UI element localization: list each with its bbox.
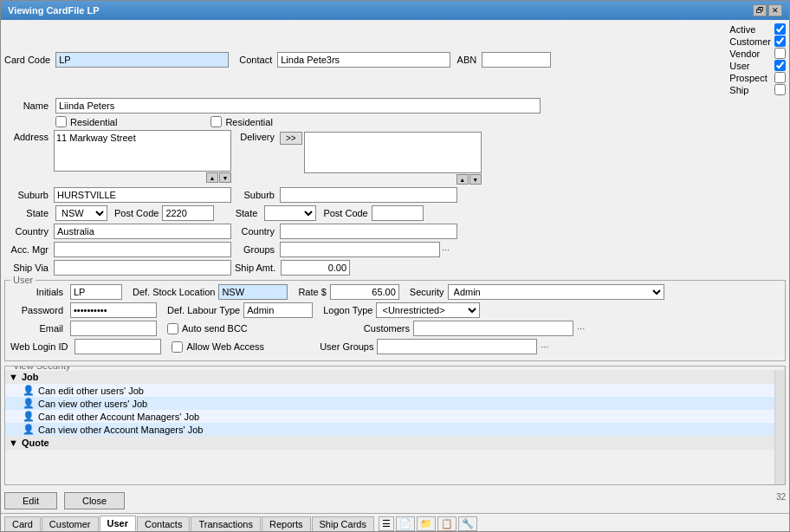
delivery-scroll-down-btn[interactable]: ▼ xyxy=(469,174,482,185)
ship-via-input[interactable] xyxy=(54,260,231,276)
country2-input[interactable] xyxy=(280,224,457,239)
tab-ship-cards[interactable]: Ship Cards xyxy=(312,516,374,531)
tab-transactions-label: Transactions xyxy=(198,519,253,529)
name-input[interactable] xyxy=(55,98,541,114)
customer-label: Customer xyxy=(729,36,771,47)
def-stock-label: Def. Stock Location xyxy=(133,287,215,297)
tab-reports[interactable]: Reports xyxy=(262,516,311,531)
security-scroll[interactable]: ▼ Job 👤 Can edit other users' Job 👤 Can … xyxy=(5,370,785,484)
delivery-scroll-up-btn[interactable]: ▲ xyxy=(457,174,469,185)
restore-button[interactable]: 🗗 xyxy=(753,4,767,16)
groups-input[interactable] xyxy=(280,242,440,257)
job-collapse-btn[interactable]: ▼ xyxy=(9,372,18,382)
user-groups-input[interactable] xyxy=(377,339,537,354)
acc-mgr-input[interactable] xyxy=(54,242,231,257)
bottom-buttons: Edit Close 32 xyxy=(1,489,789,513)
customer-checkbox[interactable] xyxy=(774,36,786,47)
security-scrollbar[interactable] xyxy=(774,370,785,484)
user-groups-dots[interactable]: ··· xyxy=(541,341,548,352)
edit-button[interactable]: Edit xyxy=(4,492,57,509)
tree-child-3: 👤 Can edit other Account Managers' Job xyxy=(5,410,774,423)
residential1-label: Residential xyxy=(70,117,117,127)
security-label: Security xyxy=(410,287,444,297)
quote-group-label: Quote xyxy=(22,438,49,448)
state-label: State xyxy=(4,208,52,218)
logon-type-select[interactable]: <Unrestricted> xyxy=(376,302,480,318)
tools-icon[interactable]: 🔧 xyxy=(458,516,477,531)
doc-icon[interactable]: 📄 xyxy=(396,516,415,531)
user-section: User Initials Def. Stock Location Rate $… xyxy=(4,280,786,361)
tab-ship-cards-label: Ship Cards xyxy=(320,519,366,529)
delivery-input[interactable] xyxy=(304,132,482,173)
tab-contacts[interactable]: Contacts xyxy=(137,516,190,531)
postcode2-input[interactable] xyxy=(372,205,424,221)
window-title: Viewing CardFile LP xyxy=(8,5,100,16)
delivery-label: Delivery xyxy=(235,132,278,142)
vendor-checkbox[interactable] xyxy=(774,48,786,59)
customers-input[interactable] xyxy=(413,321,573,336)
initials-input[interactable] xyxy=(70,284,122,300)
job-group-label: Job xyxy=(22,372,39,382)
tab-transactions[interactable]: Transactions xyxy=(191,516,261,531)
customers-label: Customers xyxy=(364,323,410,334)
rate-input[interactable] xyxy=(330,284,399,300)
residential2-checkbox[interactable] xyxy=(210,116,222,127)
postcode-input[interactable] xyxy=(162,205,214,221)
active-checkbox[interactable] xyxy=(774,23,786,35)
def-stock-input[interactable] xyxy=(218,284,288,300)
tab-customer[interactable]: Customer xyxy=(42,516,99,531)
state2-select[interactable] xyxy=(264,205,316,221)
web-login-input[interactable] xyxy=(74,339,161,354)
view-security-title: View Security xyxy=(10,366,73,371)
list-icon[interactable]: ☰ xyxy=(379,516,394,531)
folder-icon[interactable]: 📁 xyxy=(417,516,436,531)
tabs-bar: Card Customer User Contacts Transactions… xyxy=(1,513,789,531)
close-button-bottom[interactable]: Close xyxy=(64,492,125,509)
security-select[interactable]: Admin xyxy=(448,284,664,300)
email-input[interactable] xyxy=(70,321,157,336)
close-button[interactable]: ✕ xyxy=(768,4,782,16)
ship-amt-label: Ship Amt. xyxy=(235,263,279,273)
contact-input[interactable] xyxy=(277,52,450,68)
prospect-row: Prospect xyxy=(729,72,786,83)
abn-input[interactable] xyxy=(482,52,551,68)
auto-send-bcc-checkbox[interactable] xyxy=(167,323,178,334)
quote-collapse-btn[interactable]: ▼ xyxy=(9,438,18,448)
rate-label: Rate $ xyxy=(298,287,326,297)
tab-user-label: User xyxy=(107,518,128,529)
allow-web-checkbox[interactable] xyxy=(172,341,183,353)
prospect-checkbox[interactable] xyxy=(774,72,786,83)
tab-user[interactable]: User xyxy=(100,516,136,531)
suburb2-input[interactable] xyxy=(280,187,457,203)
main-content: Card Code Contact ABN Active xyxy=(1,20,789,489)
state-select[interactable]: NSW xyxy=(55,205,107,221)
abn-label: ABN xyxy=(454,55,480,65)
customer-row: Customer xyxy=(729,36,786,47)
groups-label: Groups xyxy=(235,244,278,255)
scroll-up-btn[interactable]: ▲ xyxy=(206,172,218,183)
groups-dots[interactable]: ··· xyxy=(442,244,450,255)
scroll-down-btn[interactable]: ▼ xyxy=(219,172,231,183)
tab-card[interactable]: Card xyxy=(4,516,41,531)
clipboard-icon[interactable]: 📋 xyxy=(437,516,457,531)
tree-child-4: 👤 Can view other Account Managers' Job xyxy=(5,423,774,436)
card-code-input[interactable] xyxy=(55,52,229,68)
user-checkbox[interactable] xyxy=(774,60,786,71)
country-input[interactable] xyxy=(54,224,231,239)
user-label: User xyxy=(729,61,749,71)
ship-amt-input[interactable] xyxy=(281,260,350,276)
suburb-label: Suburb xyxy=(4,190,52,200)
suburb-input[interactable] xyxy=(54,187,231,203)
title-bar: Viewing CardFile LP 🗗 ✕ xyxy=(1,1,789,20)
address-input[interactable]: 11 Markway Street xyxy=(54,130,231,172)
transfer-button[interactable]: >> xyxy=(280,132,302,145)
quote-group: ▼ Quote xyxy=(5,436,774,450)
title-controls: 🗗 ✕ xyxy=(753,4,782,16)
password-input[interactable] xyxy=(70,302,157,318)
page-indicator: 32 xyxy=(776,492,786,509)
customers-dots[interactable]: ··· xyxy=(577,323,585,334)
residential1-checkbox[interactable] xyxy=(55,116,67,127)
tree-item-2: Can view other users' Job xyxy=(38,399,147,409)
def-labour-input[interactable] xyxy=(243,302,313,318)
ship-checkbox[interactable] xyxy=(774,84,786,95)
